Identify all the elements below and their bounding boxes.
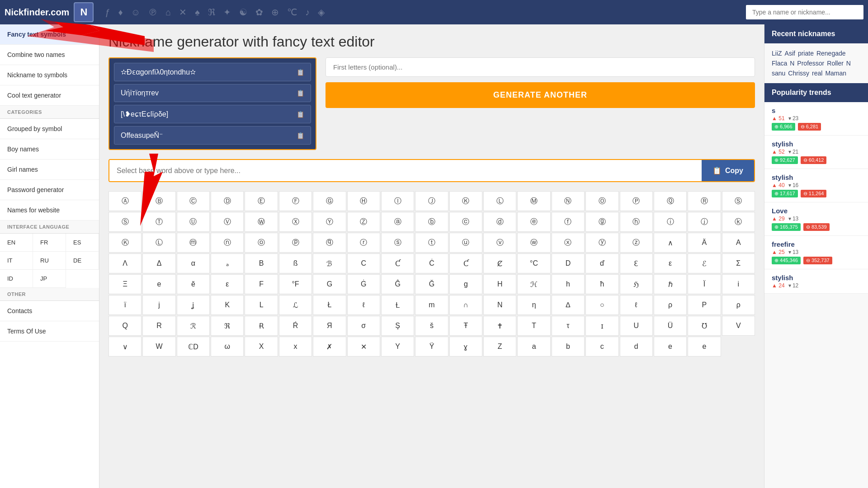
- symbol-cell[interactable]: ⓓ: [483, 212, 516, 232]
- symbol-cell[interactable]: g: [449, 274, 482, 294]
- symbol-cell[interactable]: Ⓚ: [108, 233, 142, 253]
- symbol-cell[interactable]: Ⓟ: [620, 191, 653, 211]
- symbol-cell[interactable]: Δ: [142, 253, 175, 273]
- symbol-cell[interactable]: Y: [381, 337, 414, 357]
- symbol-cell[interactable]: i: [722, 274, 755, 294]
- symbol-cell[interactable]: D: [552, 253, 585, 273]
- sidebar-item-grouped-by-symbol[interactable]: Grouped by symbol: [0, 119, 99, 139]
- symbol-cell[interactable]: ℬ: [313, 253, 346, 273]
- copy-button[interactable]: 📋 Copy: [702, 160, 754, 181]
- lang-es[interactable]: ES: [66, 234, 99, 252]
- symbol-cell[interactable]: H: [483, 274, 516, 294]
- symbol-cell[interactable]: ⓐ: [381, 212, 414, 232]
- symbol-cell[interactable]: Ş: [381, 316, 414, 336]
- symbol-cell[interactable]: ₐ: [211, 253, 244, 273]
- symbol-cell[interactable]: Λ: [108, 253, 142, 273]
- symbol-cell[interactable]: σ: [347, 316, 380, 336]
- symbol-cell[interactable]: Ŕ: [279, 316, 312, 336]
- symbol-cell[interactable]: ρ: [722, 295, 755, 315]
- symbol-cell[interactable]: Ɍ: [245, 316, 278, 336]
- symbol-cell[interactable]: Ċ: [415, 253, 448, 273]
- search-input[interactable]: [746, 5, 863, 19]
- symbol-cell[interactable]: ⓒ: [449, 212, 482, 232]
- symbol-cell[interactable]: Ƈ: [381, 253, 414, 273]
- symbol-cell[interactable]: a: [517, 337, 550, 357]
- symbol-cell[interactable]: Ⓧ: [279, 212, 312, 232]
- symbol-cell[interactable]: ℂD: [177, 337, 210, 357]
- symbol-cell[interactable]: h: [552, 274, 585, 294]
- symbol-cell[interactable]: ⓟ: [279, 233, 312, 253]
- symbol-cell[interactable]: ĕ: [177, 274, 210, 294]
- symbol-cell[interactable]: ε: [211, 274, 244, 294]
- symbol-cell[interactable]: Ƈ: [449, 253, 482, 273]
- symbol-cell[interactable]: ⓖ: [585, 212, 618, 232]
- first-letters-input[interactable]: [326, 57, 755, 77]
- symbol-cell[interactable]: ⓝ: [211, 233, 244, 253]
- recent-nickname-tag[interactable]: sanu: [772, 70, 785, 77]
- symbol-cell[interactable]: ɣ: [449, 337, 482, 357]
- recent-nickname-tag[interactable]: N: [846, 60, 851, 67]
- symbol-cell[interactable]: ï: [108, 295, 142, 315]
- symbol-cell[interactable]: ⓨ: [585, 233, 618, 253]
- symbol-cell[interactable]: L: [245, 295, 278, 315]
- symbol-cell[interactable]: b: [552, 337, 585, 357]
- symbol-cell[interactable]: Ⓢ: [722, 191, 755, 211]
- recent-nickname-tag[interactable]: Flaca: [772, 60, 787, 67]
- symbol-cell[interactable]: ε: [654, 253, 687, 273]
- symbol-cell[interactable]: ɪ: [585, 316, 618, 336]
- symbol-cell[interactable]: e: [142, 274, 175, 294]
- symbol-cell[interactable]: ⓕ: [552, 212, 585, 232]
- symbol-cell[interactable]: ℌ: [620, 274, 653, 294]
- symbol-cell[interactable]: Ⓓ: [211, 191, 244, 211]
- symbol-cell[interactable]: ✝: [483, 316, 516, 336]
- symbol-cell[interactable]: ω: [211, 337, 244, 357]
- symbol-cell[interactable]: °C: [517, 253, 550, 273]
- symbol-cell[interactable]: °F: [279, 274, 312, 294]
- copy-icon-0[interactable]: 📋: [297, 69, 304, 76]
- symbol-cell[interactable]: Ï: [688, 274, 721, 294]
- symbol-cell[interactable]: Ł: [313, 295, 346, 315]
- symbol-cell[interactable]: Ⓝ: [552, 191, 585, 211]
- symbol-cell[interactable]: ⓩ: [620, 233, 653, 253]
- symbol-cell[interactable]: N: [483, 295, 516, 315]
- symbol-cell[interactable]: Ⓗ: [347, 191, 380, 211]
- symbol-cell[interactable]: ħ: [585, 274, 618, 294]
- symbol-cell[interactable]: ⓠ: [313, 233, 346, 253]
- symbol-cell[interactable]: ⓢ: [381, 233, 414, 253]
- symbol-cell[interactable]: ď: [585, 253, 618, 273]
- symbol-cell[interactable]: ℏ: [654, 274, 687, 294]
- symbol-cell[interactable]: K: [211, 295, 244, 315]
- symbol-cell[interactable]: ⓘ: [654, 212, 687, 232]
- symbol-cell[interactable]: e: [688, 337, 721, 357]
- symbol-cell[interactable]: Ⓜ: [517, 191, 550, 211]
- symbol-cell[interactable]: Ⓘ: [381, 191, 414, 211]
- trend-item[interactable]: Love ▲ 29 ▾ 13 ⊕ 165,375 ⊖ 83,539: [764, 202, 868, 236]
- symbol-cell[interactable]: š: [415, 316, 448, 336]
- generate-button[interactable]: GENERATE ANOTHER: [326, 82, 755, 108]
- symbol-cell[interactable]: Ɛ: [620, 253, 653, 273]
- symbol-cell[interactable]: ∩: [449, 295, 482, 315]
- symbol-cell[interactable]: α: [177, 253, 210, 273]
- symbol-cell[interactable]: ℋ: [517, 274, 550, 294]
- symbol-cell[interactable]: e: [654, 337, 687, 357]
- sidebar-item-contacts[interactable]: Contacts: [0, 301, 99, 321]
- symbol-cell[interactable]: d: [620, 337, 653, 357]
- recent-nickname-tag[interactable]: LiiZ: [772, 50, 782, 57]
- symbol-cell[interactable]: Ⓥ: [211, 212, 244, 232]
- symbol-cell[interactable]: U: [620, 316, 653, 336]
- symbol-cell[interactable]: c: [585, 337, 618, 357]
- nickname-row-0[interactable]: ✫Ðɛαgonfïλ0ηtondhu✫ 📋: [114, 63, 311, 81]
- symbol-cell[interactable]: Ĝ: [381, 274, 414, 294]
- lang-en[interactable]: EN: [0, 234, 33, 252]
- recent-nickname-tag[interactable]: Asif: [785, 50, 795, 57]
- symbol-cell[interactable]: Ġ: [347, 274, 380, 294]
- symbol-cell[interactable]: B: [245, 253, 278, 273]
- symbol-cell[interactable]: ℒ: [279, 295, 312, 315]
- symbol-cell[interactable]: ℜ: [211, 316, 244, 336]
- trend-item[interactable]: stylish ▲ 52 ▾ 21 ⊕ 92,627 ⊖ 60,412: [764, 136, 868, 169]
- symbol-cell[interactable]: ⓡ: [347, 233, 380, 253]
- sidebar-item-boy-names[interactable]: Boy names: [0, 139, 99, 160]
- symbol-cell[interactable]: ⓧ: [552, 233, 585, 253]
- symbol-cell[interactable]: ⓣ: [415, 233, 448, 253]
- symbol-cell[interactable]: Ⓛ: [483, 191, 516, 211]
